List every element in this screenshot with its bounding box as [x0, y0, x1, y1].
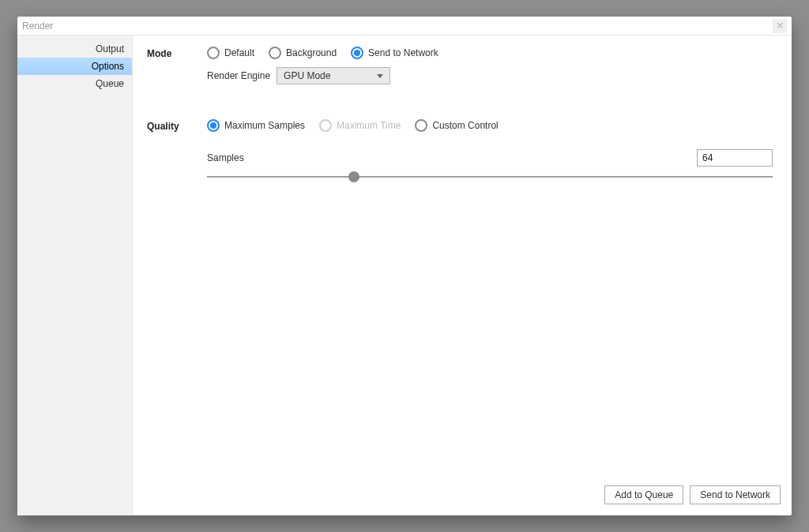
radio-label: Send to Network	[368, 47, 438, 58]
send-to-network-button[interactable]: Send to Network	[690, 485, 781, 504]
radio-icon	[207, 119, 220, 132]
engine-row: Render Engine GPU Mode	[207, 67, 777, 84]
render-dialog: Render ✕ Output Options Queue Mode	[17, 17, 792, 515]
sidebar-item-label: Output	[96, 43, 124, 54]
mode-section: Mode Default Background Send	[133, 36, 792, 84]
quality-section-content: Maximum Samples Maximum Time Custom Cont…	[207, 119, 777, 182]
sidebar-item-label: Options	[92, 61, 124, 72]
radio-mode-network[interactable]: Send to Network	[351, 47, 438, 59]
main-panel: Mode Default Background Send	[133, 36, 792, 515]
radio-mode-background[interactable]: Background	[269, 47, 337, 59]
dialog-body: Output Options Queue Mode Default	[17, 36, 792, 515]
radio-quality-max-time: Maximum Time	[319, 119, 401, 132]
sidebar: Output Options Queue	[17, 36, 133, 515]
mode-section-label: Mode	[147, 47, 207, 84]
sidebar-item-options[interactable]: Options	[17, 58, 132, 75]
radio-quality-custom[interactable]: Custom Control	[415, 119, 498, 132]
samples-label: Samples	[207, 152, 244, 163]
quality-section-label: Quality	[147, 119, 207, 182]
mode-radio-row: Default Background Send to Network	[207, 47, 777, 59]
close-icon: ✕	[776, 20, 785, 32]
quality-radio-row: Maximum Samples Maximum Time Custom Cont…	[207, 119, 777, 132]
radio-quality-max-samples[interactable]: Maximum Samples	[207, 119, 305, 132]
window-title: Render	[22, 21, 53, 32]
add-to-queue-button[interactable]: Add to Queue	[604, 485, 683, 504]
radio-icon	[351, 47, 363, 59]
select-value: GPU Mode	[284, 70, 330, 81]
sidebar-item-queue[interactable]: Queue	[17, 75, 132, 92]
radio-mode-default[interactable]: Default	[207, 47, 254, 59]
slider-handle[interactable]	[348, 171, 359, 182]
radio-label: Default	[224, 47, 254, 58]
close-button[interactable]: ✕	[773, 19, 787, 33]
samples-slider[interactable]	[207, 171, 773, 182]
samples-input[interactable]	[697, 149, 773, 167]
mode-section-content: Default Background Send to Network Rende…	[207, 47, 777, 84]
radio-icon	[207, 47, 220, 59]
quality-section: Quality Maximum Samples Maximum Time	[133, 108, 792, 182]
render-engine-select[interactable]: GPU Mode	[277, 67, 390, 84]
chevron-down-icon	[377, 74, 383, 78]
radio-label: Custom Control	[432, 120, 498, 131]
sidebar-item-label: Queue	[96, 78, 124, 89]
radio-icon	[415, 119, 427, 132]
titlebar: Render ✕	[17, 17, 792, 36]
radio-label: Maximum Time	[337, 120, 401, 131]
radio-icon	[319, 119, 332, 132]
samples-block: Samples	[207, 149, 777, 182]
slider-track-line	[207, 176, 773, 178]
footer-buttons: Add to Queue Send to Network	[604, 485, 781, 504]
sidebar-item-output[interactable]: Output	[17, 40, 132, 58]
engine-label: Render Engine	[207, 70, 270, 81]
radio-label: Maximum Samples	[224, 120, 305, 131]
radio-icon	[269, 47, 281, 59]
samples-header: Samples	[207, 149, 773, 167]
radio-label: Background	[286, 47, 337, 58]
